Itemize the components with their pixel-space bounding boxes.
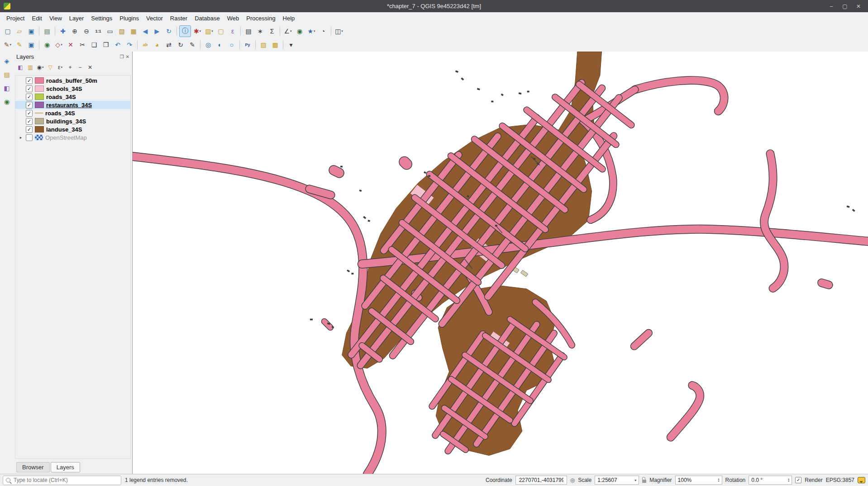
layer-label[interactable]: landuse_34S bbox=[46, 126, 82, 133]
menu-database[interactable]: Database bbox=[191, 13, 224, 24]
open-project-button[interactable]: ▱ bbox=[14, 26, 25, 37]
layout-manager-button[interactable]: ▤ bbox=[42, 26, 52, 37]
minimize-button[interactable]: – bbox=[825, 2, 837, 11]
select-features-button[interactable]: ▨ bbox=[204, 26, 215, 37]
show-hidden-labels-button[interactable]: ○ bbox=[226, 39, 237, 50]
menu-project[interactable]: Project bbox=[3, 13, 28, 24]
layer-visibility-checkbox[interactable]: ✓ bbox=[26, 110, 33, 117]
messages-log-icon[interactable] bbox=[858, 477, 865, 483]
close-panel-icon[interactable]: ✕ bbox=[126, 54, 129, 59]
collapse-all-button[interactable]: − bbox=[76, 63, 85, 72]
rotation-spinbox[interactable]: 0.0 ° ▴▾ bbox=[749, 476, 792, 485]
zoom-out-button[interactable]: ⊖ bbox=[81, 26, 92, 37]
spinner-arrows-icon[interactable]: ▴▾ bbox=[788, 478, 789, 482]
layer-visibility-checkbox[interactable]: ✓ bbox=[26, 94, 33, 100]
render-checkbox[interactable]: ✓ bbox=[795, 477, 801, 483]
vertex-tool-button[interactable]: ◇ bbox=[53, 39, 64, 50]
copy-features-button[interactable]: ❏ bbox=[89, 39, 100, 50]
select-features-area-button[interactable]: ▨ bbox=[258, 39, 269, 50]
field-calculator-button[interactable]: ∗ bbox=[255, 26, 266, 37]
layer-expander-icon[interactable]: ▸ bbox=[18, 135, 24, 140]
menu-view[interactable]: View bbox=[46, 13, 66, 24]
zoom-last-button[interactable]: ◀ bbox=[140, 26, 151, 37]
temporal-controller-button[interactable]: ◔ bbox=[318, 26, 329, 37]
data-source-manager-button[interactable]: ◈ bbox=[1, 56, 12, 66]
layer-label[interactable]: buildings_34S bbox=[46, 118, 86, 125]
menu-raster[interactable]: Raster bbox=[167, 13, 191, 24]
toolbox-dropdown-button[interactable]: ▾ bbox=[286, 39, 296, 50]
pan-map-button[interactable]: ✚ bbox=[57, 26, 68, 37]
dock-tab-browser[interactable]: Browser bbox=[16, 462, 50, 472]
layer-item-landuse_34S[interactable]: ✓landuse_34S bbox=[15, 125, 130, 133]
deselect-features-button[interactable]: ▢ bbox=[215, 26, 226, 37]
menu-plugins[interactable]: Plugins bbox=[116, 13, 143, 24]
new-bookmark-button[interactable]: ★ bbox=[306, 26, 317, 37]
filter-legend-button[interactable]: ▽ bbox=[46, 63, 55, 72]
lock-scale-icon[interactable] bbox=[642, 480, 646, 483]
add-feature-button[interactable]: ◉ bbox=[42, 39, 52, 50]
paste-features-button[interactable]: ❒ bbox=[100, 39, 111, 50]
layer-label[interactable]: OpenStreetMap bbox=[45, 134, 87, 141]
change-label-button[interactable]: ✎ bbox=[187, 39, 198, 50]
map-tips-button[interactable]: ◉ bbox=[294, 26, 305, 37]
show-pinned-labels-button[interactable]: ◐ bbox=[215, 39, 225, 50]
layer-item-schools_34S[interactable]: ✓schools_34S bbox=[15, 85, 130, 93]
layer-visibility-checkbox[interactable]: ✓ bbox=[26, 85, 33, 92]
filter-by-expression-button[interactable]: ε bbox=[56, 63, 65, 72]
python-console-button[interactable]: Py bbox=[242, 39, 253, 50]
maximize-button[interactable]: ▢ bbox=[839, 2, 851, 11]
layer-item-buildings_34S[interactable]: ✓buildings_34S bbox=[15, 117, 130, 125]
float-panel-icon[interactable]: ❐ bbox=[120, 54, 124, 59]
new-project-button[interactable]: ▢ bbox=[2, 26, 13, 37]
coordinate-input[interactable] bbox=[518, 477, 564, 484]
spinner-arrows-icon[interactable]: ▴▾ bbox=[718, 478, 720, 482]
map-render[interactable] bbox=[133, 52, 868, 474]
layer-item-roads_34S[interactable]: ✓roads_34S bbox=[15, 93, 130, 101]
move-label-button[interactable]: ⇄ bbox=[163, 39, 174, 50]
layer-visibility-checkbox[interactable]: ✓ bbox=[26, 102, 33, 109]
expand-all-button[interactable]: + bbox=[66, 63, 75, 72]
remove-layer-button[interactable]: ✕ bbox=[86, 63, 95, 72]
layer-visibility-checkbox[interactable]: ✓ bbox=[26, 118, 33, 125]
open-layer-styling-button[interactable]: ◧ bbox=[16, 63, 25, 72]
zoom-to-layer-button[interactable]: ▦ bbox=[128, 26, 139, 37]
layer-item-roads_buffer_50m[interactable]: ✓roads_buffer_50m bbox=[15, 76, 130, 85]
layer-label[interactable]: roads_34S bbox=[45, 110, 75, 117]
crs-status[interactable]: EPSG:3857 bbox=[826, 477, 854, 483]
layer-item-roads_34S[interactable]: ✓roads_34S bbox=[15, 109, 130, 117]
run-feature-action-button[interactable]: ✱ bbox=[192, 26, 203, 37]
manage-map-themes-button[interactable]: ◉ bbox=[36, 63, 45, 72]
layer-visibility-checkbox[interactable]: ✓ bbox=[26, 126, 33, 133]
coordinate-box[interactable] bbox=[515, 476, 567, 485]
add-group-button[interactable]: ▥ bbox=[26, 63, 35, 72]
layer-visibility-checkbox[interactable] bbox=[26, 134, 33, 141]
current-edits-button[interactable]: ✎ bbox=[2, 39, 13, 50]
layer-label[interactable]: schools_34S bbox=[46, 85, 82, 92]
layer-diagram-button[interactable]: ◕ bbox=[152, 39, 162, 50]
zoom-to-selection-button[interactable]: ▧ bbox=[116, 26, 127, 37]
open-attribute-table-button[interactable]: ▤ bbox=[243, 26, 254, 37]
dock-tab-layers[interactable]: Layers bbox=[51, 462, 80, 472]
scale-combo[interactable]: 1:25607 ▾ bbox=[595, 476, 639, 485]
layer-label[interactable]: restaurants_34S bbox=[46, 102, 92, 109]
close-button[interactable]: ✕ bbox=[853, 2, 864, 11]
map-canvas[interactable] bbox=[133, 52, 868, 474]
layer-item-restaurants_34S[interactable]: ✓restaurants_34S bbox=[15, 101, 130, 109]
refresh-map-button[interactable]: ↻ bbox=[163, 26, 174, 37]
save-layer-edits-button[interactable]: ▣ bbox=[26, 39, 37, 50]
processing-toolbox-button[interactable]: ◉ bbox=[1, 96, 12, 107]
layer-label[interactable]: roads_buffer_50m bbox=[46, 77, 97, 84]
menu-web[interactable]: Web bbox=[224, 13, 243, 24]
layer-item-OpenStreetMap[interactable]: ▸OpenStreetMap bbox=[15, 133, 130, 142]
menu-help[interactable]: Help bbox=[279, 13, 299, 24]
measure-button[interactable]: ∠ bbox=[282, 26, 293, 37]
select-by-expression-button[interactable]: ε bbox=[227, 26, 238, 37]
save-project-button[interactable]: ▣ bbox=[26, 26, 37, 37]
cut-features-button[interactable]: ✂ bbox=[77, 39, 88, 50]
zoom-next-button[interactable]: ▶ bbox=[152, 26, 162, 37]
toggle-extents-icon[interactable]: ◎ bbox=[570, 477, 575, 483]
locate-input[interactable] bbox=[13, 477, 118, 484]
menu-layer[interactable]: Layer bbox=[66, 13, 88, 24]
layer-styling-panel-button[interactable]: ◧ bbox=[1, 83, 12, 94]
new-map-view-button[interactable]: ◫ bbox=[334, 26, 344, 37]
